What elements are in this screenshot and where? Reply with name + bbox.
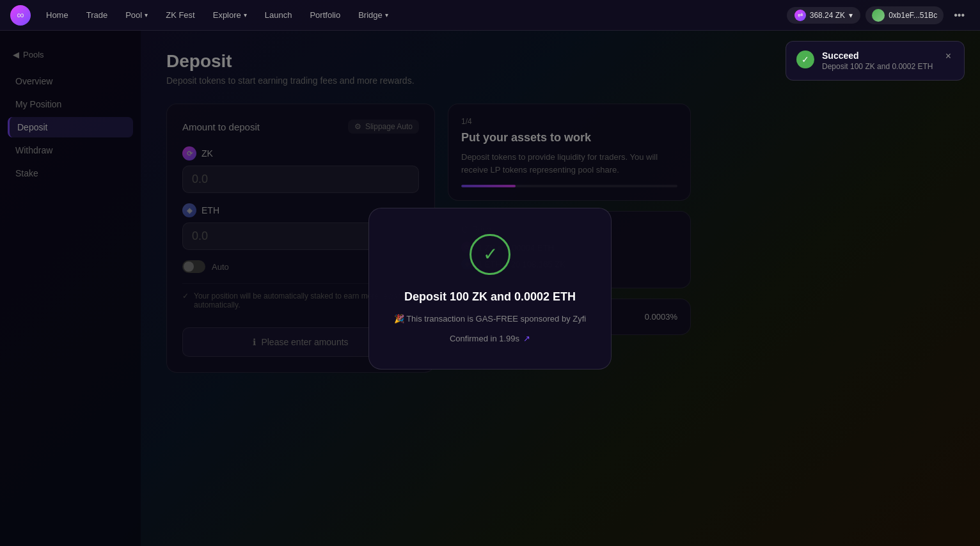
navbar: ∞ Home Trade Pool ZK Fest Explore Launch…: [0, 0, 980, 31]
nav-zkfest[interactable]: ZK Fest: [158, 6, 203, 24]
nav-pool[interactable]: Pool: [118, 6, 155, 24]
nav-home[interactable]: Home: [38, 6, 76, 24]
chevron-down-icon: ▾: [849, 11, 853, 20]
avatar: [872, 9, 885, 22]
wallet-address[interactable]: 0xb1eF...51Bc: [865, 6, 944, 24]
nav-right: ⇄ 368.24 ZK ▾ 0xb1eF...51Bc •••: [787, 6, 970, 24]
toast-title: Succeed: [822, 51, 933, 61]
nav-explore[interactable]: Explore: [205, 6, 255, 24]
wallet-icon: ⇄: [794, 10, 806, 21]
wallet-balance[interactable]: ⇄ 368.24 ZK ▾: [787, 7, 860, 24]
more-menu-button[interactable]: •••: [949, 7, 970, 24]
modal-overlay: ✓ Deposit 100 ZK and 0.0002 ETH 🎉 This t…: [0, 31, 980, 546]
modal-gas-info: 🎉 This transaction is GAS-FREE sponsored…: [394, 314, 586, 324]
toast-check-icon: ✓: [796, 51, 814, 68]
nav-launch[interactable]: Launch: [257, 6, 300, 24]
modal-check-icon: ✓: [470, 234, 510, 275]
external-link-icon: ↗: [523, 334, 530, 343]
toast-content: Succeed Deposit 100 ZK and 0.0002 ETH: [822, 51, 933, 71]
modal-title: Deposit 100 ZK and 0.0002 ETH: [404, 290, 576, 304]
nav-trade[interactable]: Trade: [79, 6, 115, 24]
nav-bridge[interactable]: Bridge: [351, 6, 396, 24]
modal-confirmed-link[interactable]: Confirmed in 1.99s ↗: [450, 334, 530, 343]
success-modal: ✓ Deposit 100 ZK and 0.0002 ETH 🎉 This t…: [368, 208, 612, 370]
toast-close-button[interactable]: ×: [943, 51, 954, 62]
nav-portfolio[interactable]: Portfolio: [302, 6, 348, 24]
toast-description: Deposit 100 ZK and 0.0002 ETH: [822, 62, 933, 71]
app-logo[interactable]: ∞: [10, 5, 31, 26]
success-toast: ✓ Succeed Deposit 100 ZK and 0.0002 ETH …: [786, 41, 965, 81]
